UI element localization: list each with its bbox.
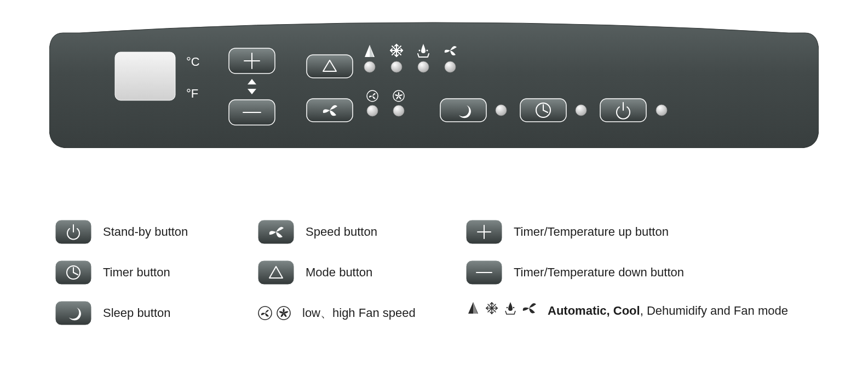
legend-speed: Speed button xyxy=(257,219,460,245)
fan-high-led xyxy=(393,105,404,116)
cool-led xyxy=(391,61,402,72)
display-screen xyxy=(115,52,175,100)
fan-low-icon xyxy=(257,305,273,321)
legend-timer-label: Timer button xyxy=(103,264,170,281)
svg-point-48 xyxy=(507,307,508,309)
timer-led xyxy=(576,105,587,116)
legend-down-label: Timer/Temperature down button xyxy=(514,264,684,281)
legend-speed-label: Speed button xyxy=(306,224,377,240)
auto-led xyxy=(364,61,375,72)
auto-mode-icon xyxy=(465,300,481,316)
legend-modes: Automatic, Cool, Dehumidify and Fan mode xyxy=(465,300,805,326)
sleep-button[interactable] xyxy=(440,99,486,122)
svg-point-13 xyxy=(419,50,421,52)
legend-up-label: Timer/Temperature up button xyxy=(514,224,669,240)
svg-rect-35 xyxy=(258,260,294,285)
mode-button[interactable] xyxy=(307,55,353,78)
legend-sleep-label: Sleep button xyxy=(103,305,171,321)
timer-button[interactable] xyxy=(520,99,566,122)
svg-point-14 xyxy=(427,50,428,52)
legend-sleep: Sleep button xyxy=(55,300,252,326)
legend-down: Timer/Temperature down button xyxy=(465,260,805,285)
cool-mode-icon xyxy=(390,44,403,56)
fahrenheit-label: °F xyxy=(186,87,198,100)
sleep-led xyxy=(496,105,507,116)
control-panel: °C °F xyxy=(49,22,819,148)
legend-fan-speed-label: low、high Fan speed xyxy=(302,305,416,321)
dehumidify-mode-icon xyxy=(503,300,518,316)
svg-rect-39 xyxy=(55,301,91,325)
legend-mode-label: Mode button xyxy=(306,264,372,281)
dehumidify-led xyxy=(418,61,429,72)
celsius-label: °C xyxy=(186,55,200,69)
legend-fan-speeds: low、high Fan speed xyxy=(257,300,460,326)
fan-high-icon xyxy=(276,305,291,321)
fan-low-led xyxy=(367,105,378,116)
fan-mode-icon xyxy=(521,300,537,316)
svg-rect-5 xyxy=(307,55,353,78)
svg-rect-18 xyxy=(440,99,486,122)
legend-standby: Stand-by button xyxy=(55,219,252,245)
legend-standby-label: Stand-by button xyxy=(103,224,188,240)
legend-timer: Timer button xyxy=(55,260,252,285)
speed-button[interactable] xyxy=(307,99,353,122)
legend-mode: Mode button xyxy=(257,260,460,285)
cool-mode-icon xyxy=(484,300,499,316)
plus-button[interactable] xyxy=(229,48,275,73)
minus-button[interactable] xyxy=(229,100,275,125)
legend-up: Timer/Temperature up button xyxy=(465,219,805,245)
legend-modes-label: Automatic, Cool, Dehumidify and Fan mode xyxy=(548,300,788,319)
fan-mode-led xyxy=(445,61,456,72)
svg-point-49 xyxy=(513,307,515,309)
power-button[interactable] xyxy=(600,99,646,122)
power-led xyxy=(656,105,667,116)
